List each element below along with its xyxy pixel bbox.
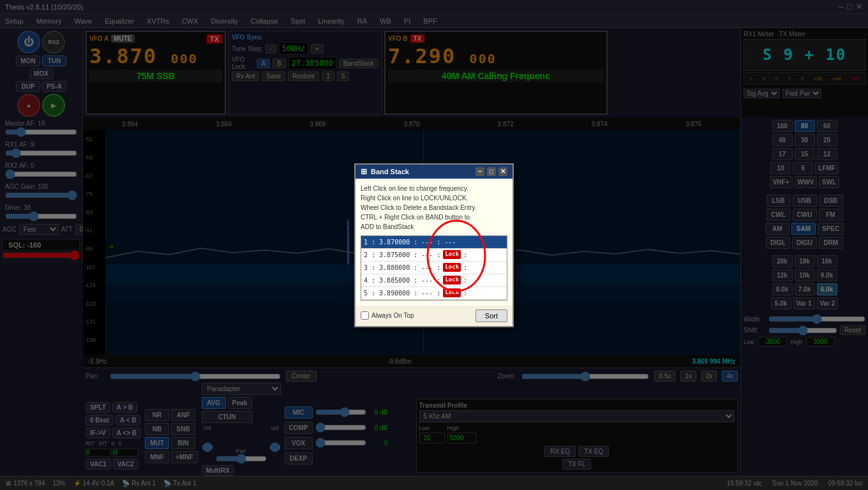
band-list-item[interactable]: 1 : 3.870000 : --- : --- <box>361 236 507 249</box>
modal-band-list: 1 : 3.870000 : --- : --- 2 : 3.875000 : … <box>361 235 507 301</box>
modal-maximize[interactable]: □ <box>487 167 496 176</box>
instruction-4: CTRL + Right Click on BAND button to <box>361 212 507 222</box>
band-list-item[interactable]: 4 : 3.885000 : --- : Lock : <box>361 274 507 287</box>
band-list-item[interactable]: 2 : 3.875000 : --- : Lock : <box>361 249 507 262</box>
instruction-2: Right Click on line to LOCK/UNLOCK. <box>361 193 507 203</box>
modal-title: Band Stack <box>371 168 409 175</box>
instruction-5: ADD to BandStack <box>361 222 507 232</box>
instruction-3: Wheel Click to Delete a Bandstack Entry. <box>361 203 507 212</box>
modal-titlebar: ⊞ Band Stack – □ ✕ <box>355 165 513 179</box>
band-stack-modal: ⊞ Band Stack – □ ✕ Left Click on line to… <box>354 163 514 327</box>
instruction-1: Left Click on line to change frequency. <box>361 184 507 193</box>
always-on-top-label: Always On Top <box>361 311 414 320</box>
sort-btn[interactable]: Sort <box>475 309 507 322</box>
modal-content: Left Click on line to change frequency. … <box>355 179 513 306</box>
modal-controls: – □ ✕ <box>475 167 507 176</box>
band-list-item[interactable]: 5 : 3.890000 : --- : Lock : <box>361 287 507 300</box>
always-on-top-checkbox[interactable] <box>361 311 369 320</box>
band-list-item[interactable]: 3 : 3.880000 : --- : Lock : <box>361 262 507 274</box>
modal-footer: Always On Top Sort <box>355 306 513 326</box>
modal-close[interactable]: ✕ <box>498 167 507 176</box>
modal-overlay: ⊞ Band Stack – □ ✕ Left Click on line to… <box>0 0 868 490</box>
modal-minimize[interactable]: – <box>475 167 484 176</box>
